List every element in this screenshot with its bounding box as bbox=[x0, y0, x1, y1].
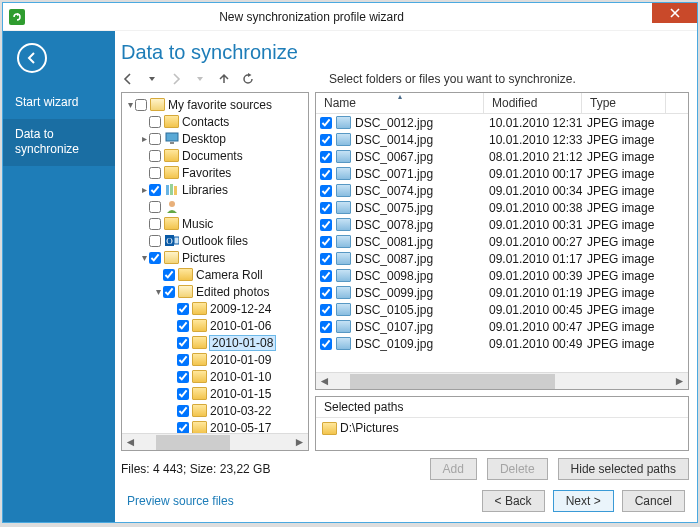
tree-checkbox[interactable] bbox=[149, 133, 161, 145]
nav-back-menu-icon[interactable] bbox=[145, 72, 159, 86]
tree-pane[interactable]: ▾My favorite sourcesContacts▸DesktopDocu… bbox=[121, 92, 309, 451]
tree-arrow-icon[interactable]: ▾ bbox=[139, 253, 149, 263]
nav-fwd-icon[interactable] bbox=[169, 72, 183, 86]
tree-arrow-icon[interactable]: ▾ bbox=[125, 100, 135, 110]
file-row[interactable]: DSC_0109.jpg09.01.2010 00:49JPEG image bbox=[316, 335, 688, 352]
file-row[interactable]: DSC_0074.jpg09.01.2010 00:34JPEG image bbox=[316, 182, 688, 199]
tree-checkbox[interactable] bbox=[163, 286, 175, 298]
tree-row[interactable]: 2010-01-08 bbox=[125, 334, 308, 351]
tree-checkbox[interactable] bbox=[177, 371, 189, 383]
selected-paths-body[interactable]: D:\Pictures bbox=[316, 418, 688, 438]
tree-arrow-icon[interactable]: ▸ bbox=[139, 134, 149, 144]
tree-checkbox[interactable] bbox=[149, 201, 161, 213]
window-close-button[interactable] bbox=[652, 3, 697, 23]
file-row[interactable]: DSC_0098.jpg09.01.2010 00:39JPEG image bbox=[316, 267, 688, 284]
file-checkbox[interactable] bbox=[320, 202, 332, 214]
tree-row[interactable]: ▾Pictures bbox=[125, 249, 308, 266]
tree-row[interactable]: 2010-01-06 bbox=[125, 317, 308, 334]
tree-row[interactable]: ▸Libraries bbox=[125, 181, 308, 198]
tree-arrow-icon[interactable]: ▾ bbox=[153, 287, 163, 297]
column-name[interactable]: ▴Name bbox=[316, 93, 484, 113]
tree-row[interactable]: ▾Edited photos bbox=[125, 283, 308, 300]
file-checkbox[interactable] bbox=[320, 219, 332, 231]
tree-row[interactable]: ▸Desktop bbox=[125, 130, 308, 147]
file-checkbox[interactable] bbox=[320, 253, 332, 265]
file-checkbox[interactable] bbox=[320, 134, 332, 146]
column-modified[interactable]: Modified bbox=[484, 93, 582, 113]
tree-row[interactable]: Favorites bbox=[125, 164, 308, 181]
tree-arrow-icon[interactable]: ▸ bbox=[139, 185, 149, 195]
file-checkbox[interactable] bbox=[320, 185, 332, 197]
tree-checkbox[interactable] bbox=[177, 388, 189, 400]
file-checkbox[interactable] bbox=[320, 304, 332, 316]
tree-checkbox[interactable] bbox=[177, 320, 189, 332]
file-checkbox[interactable] bbox=[320, 287, 332, 299]
tree-row[interactable]: Music bbox=[125, 215, 308, 232]
file-row[interactable]: DSC_0012.jpg10.01.2010 12:31JPEG image bbox=[316, 114, 688, 131]
file-checkbox[interactable] bbox=[320, 270, 332, 282]
nav-up-icon[interactable] bbox=[217, 72, 231, 86]
tree-checkbox[interactable] bbox=[149, 252, 161, 264]
file-row[interactable]: DSC_0105.jpg09.01.2010 00:45JPEG image bbox=[316, 301, 688, 318]
tree-row[interactable]: Contacts bbox=[125, 113, 308, 130]
tree-hscrollbar[interactable]: ◄► bbox=[122, 433, 308, 450]
file-checkbox[interactable] bbox=[320, 338, 332, 350]
add-button[interactable]: Add bbox=[430, 458, 477, 480]
hide-paths-button[interactable]: Hide selected paths bbox=[558, 458, 689, 480]
tree-checkbox[interactable] bbox=[149, 184, 161, 196]
tree-checkbox[interactable] bbox=[177, 337, 189, 349]
tree-checkbox[interactable] bbox=[149, 167, 161, 179]
file-checkbox[interactable] bbox=[320, 321, 332, 333]
tree-checkbox[interactable] bbox=[149, 116, 161, 128]
sidebar-item-0[interactable]: Start wizard bbox=[3, 87, 115, 119]
tree-checkbox[interactable] bbox=[149, 218, 161, 230]
file-row[interactable]: DSC_0075.jpg09.01.2010 00:38JPEG image bbox=[316, 199, 688, 216]
tree-row[interactable]: Documents bbox=[125, 147, 308, 164]
back-button-footer[interactable]: < Back bbox=[482, 490, 545, 512]
tree-row[interactable]: ▾My favorite sources bbox=[125, 96, 308, 113]
file-checkbox[interactable] bbox=[320, 236, 332, 248]
file-checkbox[interactable] bbox=[320, 117, 332, 129]
file-list-header[interactable]: ▴Name Modified Type bbox=[316, 93, 688, 114]
tree-row[interactable]: 2010-01-10 bbox=[125, 368, 308, 385]
file-row[interactable]: DSC_0067.jpg08.01.2010 21:12JPEG image bbox=[316, 148, 688, 165]
tree-row[interactable]: 2010-01-09 bbox=[125, 351, 308, 368]
nav-back-icon[interactable] bbox=[121, 72, 135, 86]
tree-row[interactable]: 2010-01-15 bbox=[125, 385, 308, 402]
column-type[interactable]: Type bbox=[582, 93, 666, 113]
file-row[interactable]: DSC_0087.jpg09.01.2010 01:17JPEG image bbox=[316, 250, 688, 267]
tree-row[interactable]: Camera Roll bbox=[125, 266, 308, 283]
sidebar-item-1[interactable]: Data to synchronize bbox=[3, 119, 115, 166]
refresh-icon[interactable] bbox=[241, 72, 255, 86]
next-button[interactable]: Next > bbox=[553, 490, 614, 512]
tree-row[interactable] bbox=[125, 198, 308, 215]
file-row[interactable]: DSC_0107.jpg09.01.2010 00:47JPEG image bbox=[316, 318, 688, 335]
tree-row[interactable]: 2010-03-22 bbox=[125, 402, 308, 419]
tree-checkbox[interactable] bbox=[177, 354, 189, 366]
file-checkbox[interactable] bbox=[320, 168, 332, 180]
tree-checkbox[interactable] bbox=[177, 303, 189, 315]
tree-row[interactable]: 2010-05-17 bbox=[125, 419, 308, 433]
tree-checkbox[interactable] bbox=[177, 422, 189, 434]
tree-checkbox[interactable] bbox=[149, 235, 161, 247]
tree-checkbox[interactable] bbox=[135, 99, 147, 111]
tree-row[interactable]: OOutlook files bbox=[125, 232, 308, 249]
file-row[interactable]: DSC_0078.jpg09.01.2010 00:31JPEG image bbox=[316, 216, 688, 233]
selected-path-item[interactable]: D:\Pictures bbox=[340, 421, 399, 435]
tree-checkbox[interactable] bbox=[177, 405, 189, 417]
tree-row[interactable]: 2009-12-24 bbox=[125, 300, 308, 317]
file-row[interactable]: DSC_0081.jpg09.01.2010 00:27JPEG image bbox=[316, 233, 688, 250]
file-list-pane[interactable]: ▴Name Modified Type DSC_0012.jpg10.01.20… bbox=[315, 92, 689, 390]
cancel-button[interactable]: Cancel bbox=[622, 490, 685, 512]
file-hscrollbar[interactable]: ◄► bbox=[316, 372, 688, 389]
file-checkbox[interactable] bbox=[320, 151, 332, 163]
delete-button[interactable]: Delete bbox=[487, 458, 548, 480]
file-row[interactable]: DSC_0099.jpg09.01.2010 01:19JPEG image bbox=[316, 284, 688, 301]
file-row[interactable]: DSC_0014.jpg10.01.2010 12:33JPEG image bbox=[316, 131, 688, 148]
nav-fwd-menu-icon[interactable] bbox=[193, 72, 207, 86]
tree-checkbox[interactable] bbox=[163, 269, 175, 281]
file-row[interactable]: DSC_0071.jpg09.01.2010 00:17JPEG image bbox=[316, 165, 688, 182]
tree-checkbox[interactable] bbox=[149, 150, 161, 162]
back-button[interactable] bbox=[17, 43, 47, 73]
preview-link[interactable]: Preview source files bbox=[127, 494, 234, 508]
